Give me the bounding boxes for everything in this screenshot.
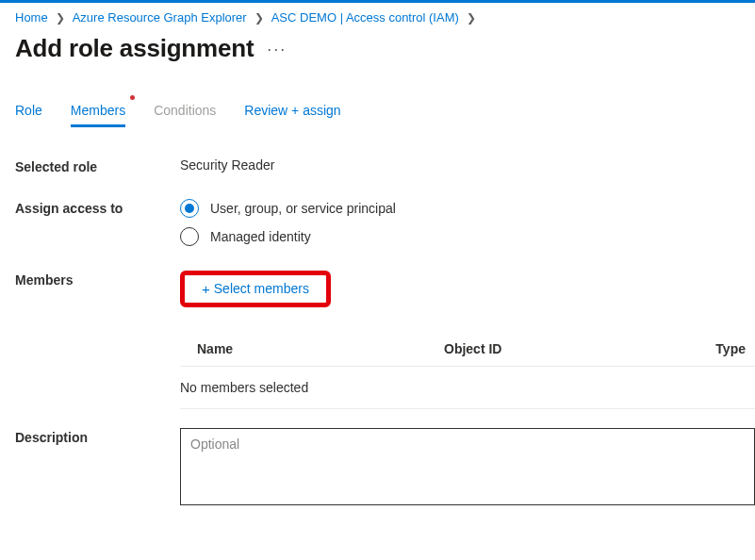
radio-icon	[180, 227, 199, 246]
breadcrumb-resource-graph[interactable]: Azure Resource Graph Explorer	[73, 10, 247, 25]
tab-review-assign[interactable]: Review + assign	[244, 97, 340, 127]
radio-managed-identity[interactable]: Managed identity	[180, 227, 755, 246]
chevron-right-icon: ❯	[254, 11, 264, 25]
breadcrumb: Home ❯ Azure Resource Graph Explorer ❯ A…	[15, 10, 755, 25]
members-empty-text: No members selected	[180, 367, 755, 409]
radio-icon	[180, 199, 199, 218]
members-table: Name Object ID Type No members selected	[180, 332, 755, 409]
select-members-button-label: Select members	[214, 281, 309, 296]
tab-conditions: Conditions	[154, 97, 216, 127]
description-label: Description	[15, 428, 180, 445]
breadcrumb-home[interactable]: Home	[15, 10, 48, 25]
radio-managed-identity-label: Managed identity	[210, 229, 311, 244]
select-members-button[interactable]: + Select members	[202, 281, 309, 296]
tabs: Role Members Conditions Review + assign	[15, 97, 755, 127]
chevron-right-icon: ❯	[467, 11, 476, 25]
tab-role[interactable]: Role	[15, 97, 42, 127]
unsaved-indicator-icon	[130, 95, 135, 100]
members-label: Members	[15, 271, 180, 288]
members-table-header: Name Object ID Type	[180, 332, 755, 367]
tab-members-label: Members	[71, 103, 125, 118]
radio-user-group-sp[interactable]: User, group, or service principal	[180, 199, 755, 218]
column-header-type[interactable]: Type	[689, 341, 755, 356]
assign-access-label: Assign access to	[15, 199, 180, 216]
description-textarea[interactable]	[180, 428, 755, 505]
more-actions-icon[interactable]: ···	[267, 41, 287, 58]
select-members-highlight: + Select members	[180, 271, 331, 307]
chevron-right-icon: ❯	[56, 11, 65, 25]
column-header-name[interactable]: Name	[180, 341, 444, 356]
column-header-object-id[interactable]: Object ID	[444, 341, 689, 356]
selected-role-value: Security Reader	[180, 157, 755, 173]
breadcrumb-access-control[interactable]: ASC DEMO | Access control (IAM)	[271, 10, 459, 25]
assign-access-radio-group: User, group, or service principal Manage…	[180, 199, 755, 246]
radio-user-group-sp-label: User, group, or service principal	[210, 201, 396, 216]
plus-icon: +	[202, 282, 210, 296]
tab-members[interactable]: Members	[71, 97, 125, 127]
page-title: Add role assignment	[15, 34, 254, 63]
selected-role-label: Selected role	[15, 157, 180, 174]
